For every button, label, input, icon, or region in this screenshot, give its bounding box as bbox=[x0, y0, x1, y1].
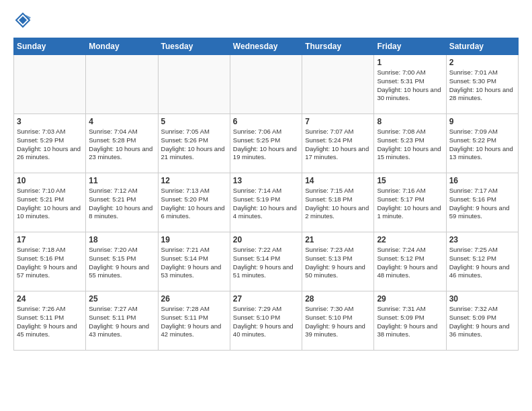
calendar-cell: 16Sunrise: 7:17 AM Sunset: 5:16 PM Dayli… bbox=[446, 173, 518, 232]
day-number: 27 bbox=[233, 294, 299, 304]
day-detail: Sunrise: 7:18 AM Sunset: 5:16 PM Dayligh… bbox=[17, 246, 83, 280]
calendar-cell: 27Sunrise: 7:29 AM Sunset: 5:10 PM Dayli… bbox=[230, 291, 302, 351]
day-number: 1 bbox=[377, 58, 443, 67]
weekday-header: Thursday bbox=[302, 38, 374, 55]
day-number: 14 bbox=[305, 176, 371, 185]
calendar-cell: 10Sunrise: 7:10 AM Sunset: 5:21 PM Dayli… bbox=[14, 173, 86, 232]
calendar-cell: 7Sunrise: 7:07 AM Sunset: 5:24 PM Daylig… bbox=[302, 114, 374, 173]
calendar-cell bbox=[230, 55, 302, 114]
day-detail: Sunrise: 7:31 AM Sunset: 5:09 PM Dayligh… bbox=[377, 305, 443, 339]
calendar-cell bbox=[14, 55, 86, 114]
calendar-cell: 30Sunrise: 7:32 AM Sunset: 5:09 PM Dayli… bbox=[446, 291, 518, 351]
day-detail: Sunrise: 7:25 AM Sunset: 5:12 PM Dayligh… bbox=[449, 246, 515, 280]
day-detail: Sunrise: 7:15 AM Sunset: 5:18 PM Dayligh… bbox=[305, 187, 371, 221]
calendar-cell: 24Sunrise: 7:26 AM Sunset: 5:11 PM Dayli… bbox=[14, 291, 86, 351]
weekday-header: Friday bbox=[374, 38, 446, 55]
calendar-cell: 8Sunrise: 7:08 AM Sunset: 5:23 PM Daylig… bbox=[374, 114, 446, 173]
weekday-header: Tuesday bbox=[158, 38, 230, 55]
day-number: 29 bbox=[377, 294, 443, 304]
day-detail: Sunrise: 7:30 AM Sunset: 5:10 PM Dayligh… bbox=[305, 305, 371, 339]
day-detail: Sunrise: 7:07 AM Sunset: 5:24 PM Dayligh… bbox=[305, 128, 371, 162]
day-number: 30 bbox=[449, 294, 515, 304]
page-container: SundayMondayTuesdayWednesdayThursdayFrid… bbox=[0, 0, 532, 357]
day-detail: Sunrise: 7:06 AM Sunset: 5:25 PM Dayligh… bbox=[233, 128, 299, 162]
day-detail: Sunrise: 7:23 AM Sunset: 5:13 PM Dayligh… bbox=[305, 246, 371, 280]
day-detail: Sunrise: 7:13 AM Sunset: 5:20 PM Dayligh… bbox=[161, 187, 227, 221]
calendar-cell: 20Sunrise: 7:22 AM Sunset: 5:14 PM Dayli… bbox=[230, 232, 302, 291]
day-number: 15 bbox=[377, 176, 443, 185]
calendar-cell: 21Sunrise: 7:23 AM Sunset: 5:13 PM Dayli… bbox=[302, 232, 374, 291]
calendar-cell: 29Sunrise: 7:31 AM Sunset: 5:09 PM Dayli… bbox=[374, 291, 446, 351]
day-number: 25 bbox=[89, 294, 154, 304]
day-detail: Sunrise: 7:21 AM Sunset: 5:14 PM Dayligh… bbox=[161, 246, 227, 280]
calendar-cell: 6Sunrise: 7:06 AM Sunset: 5:25 PM Daylig… bbox=[230, 114, 302, 173]
day-detail: Sunrise: 7:28 AM Sunset: 5:11 PM Dayligh… bbox=[161, 305, 227, 339]
calendar-cell: 25Sunrise: 7:27 AM Sunset: 5:11 PM Dayli… bbox=[86, 291, 158, 351]
day-detail: Sunrise: 7:08 AM Sunset: 5:23 PM Dayligh… bbox=[377, 128, 443, 162]
calendar-week-row: 10Sunrise: 7:10 AM Sunset: 5:21 PM Dayli… bbox=[14, 173, 519, 232]
day-number: 4 bbox=[89, 117, 154, 126]
calendar-cell: 3Sunrise: 7:03 AM Sunset: 5:29 PM Daylig… bbox=[14, 114, 86, 173]
day-detail: Sunrise: 7:20 AM Sunset: 5:15 PM Dayligh… bbox=[89, 246, 154, 280]
day-detail: Sunrise: 7:17 AM Sunset: 5:16 PM Dayligh… bbox=[449, 187, 515, 221]
day-detail: Sunrise: 7:01 AM Sunset: 5:30 PM Dayligh… bbox=[449, 68, 515, 103]
logo-icon bbox=[13, 11, 32, 30]
calendar-cell: 23Sunrise: 7:25 AM Sunset: 5:12 PM Dayli… bbox=[446, 232, 518, 291]
calendar-week-row: 24Sunrise: 7:26 AM Sunset: 5:11 PM Dayli… bbox=[14, 291, 519, 351]
day-number: 11 bbox=[89, 176, 154, 185]
day-number: 22 bbox=[377, 235, 443, 244]
calendar-cell: 11Sunrise: 7:12 AM Sunset: 5:21 PM Dayli… bbox=[86, 173, 158, 232]
day-number: 12 bbox=[161, 176, 227, 185]
day-number: 24 bbox=[17, 294, 83, 304]
calendar-cell: 14Sunrise: 7:15 AM Sunset: 5:18 PM Dayli… bbox=[302, 173, 374, 232]
day-detail: Sunrise: 7:03 AM Sunset: 5:29 PM Dayligh… bbox=[17, 128, 83, 162]
calendar-cell: 4Sunrise: 7:04 AM Sunset: 5:28 PM Daylig… bbox=[86, 114, 158, 173]
calendar-cell: 17Sunrise: 7:18 AM Sunset: 5:16 PM Dayli… bbox=[14, 232, 86, 291]
day-detail: Sunrise: 7:00 AM Sunset: 5:31 PM Dayligh… bbox=[377, 68, 443, 103]
calendar-cell bbox=[86, 55, 158, 114]
day-number: 8 bbox=[377, 117, 443, 126]
calendar-week-row: 3Sunrise: 7:03 AM Sunset: 5:29 PM Daylig… bbox=[14, 114, 519, 173]
header bbox=[13, 11, 519, 30]
calendar-cell bbox=[302, 55, 374, 114]
calendar-cell: 26Sunrise: 7:28 AM Sunset: 5:11 PM Dayli… bbox=[158, 291, 230, 351]
day-detail: Sunrise: 7:14 AM Sunset: 5:19 PM Dayligh… bbox=[233, 187, 299, 221]
day-number: 23 bbox=[449, 235, 515, 244]
day-number: 3 bbox=[17, 117, 83, 126]
day-number: 2 bbox=[449, 58, 515, 67]
day-detail: Sunrise: 7:04 AM Sunset: 5:28 PM Dayligh… bbox=[89, 128, 154, 162]
day-number: 13 bbox=[233, 176, 299, 185]
weekday-header: Sunday bbox=[14, 38, 86, 55]
calendar-cell: 15Sunrise: 7:16 AM Sunset: 5:17 PM Dayli… bbox=[374, 173, 446, 232]
day-detail: Sunrise: 7:24 AM Sunset: 5:12 PM Dayligh… bbox=[377, 246, 443, 280]
calendar-cell: 18Sunrise: 7:20 AM Sunset: 5:15 PM Dayli… bbox=[86, 232, 158, 291]
day-number: 10 bbox=[17, 176, 83, 185]
calendar-week-row: 1Sunrise: 7:00 AM Sunset: 5:31 PM Daylig… bbox=[14, 55, 519, 114]
day-detail: Sunrise: 7:05 AM Sunset: 5:26 PM Dayligh… bbox=[161, 128, 227, 162]
calendar-week-row: 17Sunrise: 7:18 AM Sunset: 5:16 PM Dayli… bbox=[14, 232, 519, 291]
day-number: 26 bbox=[161, 294, 227, 304]
day-detail: Sunrise: 7:22 AM Sunset: 5:14 PM Dayligh… bbox=[233, 246, 299, 280]
day-number: 18 bbox=[89, 235, 154, 244]
day-detail: Sunrise: 7:26 AM Sunset: 5:11 PM Dayligh… bbox=[17, 305, 83, 339]
day-detail: Sunrise: 7:27 AM Sunset: 5:11 PM Dayligh… bbox=[89, 305, 154, 339]
calendar-cell: 28Sunrise: 7:30 AM Sunset: 5:10 PM Dayli… bbox=[302, 291, 374, 351]
calendar-cell: 1Sunrise: 7:00 AM Sunset: 5:31 PM Daylig… bbox=[374, 55, 446, 114]
day-number: 6 bbox=[233, 117, 299, 126]
calendar-header-row: SundayMondayTuesdayWednesdayThursdayFrid… bbox=[14, 38, 519, 55]
day-number: 16 bbox=[449, 176, 515, 185]
weekday-header: Saturday bbox=[446, 38, 518, 55]
calendar-cell: 22Sunrise: 7:24 AM Sunset: 5:12 PM Dayli… bbox=[374, 232, 446, 291]
calendar-cell: 13Sunrise: 7:14 AM Sunset: 5:19 PM Dayli… bbox=[230, 173, 302, 232]
day-detail: Sunrise: 7:32 AM Sunset: 5:09 PM Dayligh… bbox=[449, 305, 515, 339]
day-number: 7 bbox=[305, 117, 371, 126]
day-detail: Sunrise: 7:16 AM Sunset: 5:17 PM Dayligh… bbox=[377, 187, 443, 221]
day-number: 28 bbox=[305, 294, 371, 304]
day-number: 20 bbox=[233, 235, 299, 244]
calendar-cell: 9Sunrise: 7:09 AM Sunset: 5:22 PM Daylig… bbox=[446, 114, 518, 173]
day-detail: Sunrise: 7:10 AM Sunset: 5:21 PM Dayligh… bbox=[17, 187, 83, 221]
calendar-cell: 19Sunrise: 7:21 AM Sunset: 5:14 PM Dayli… bbox=[158, 232, 230, 291]
day-number: 17 bbox=[17, 235, 83, 244]
day-number: 9 bbox=[449, 117, 515, 126]
day-number: 19 bbox=[161, 235, 227, 244]
